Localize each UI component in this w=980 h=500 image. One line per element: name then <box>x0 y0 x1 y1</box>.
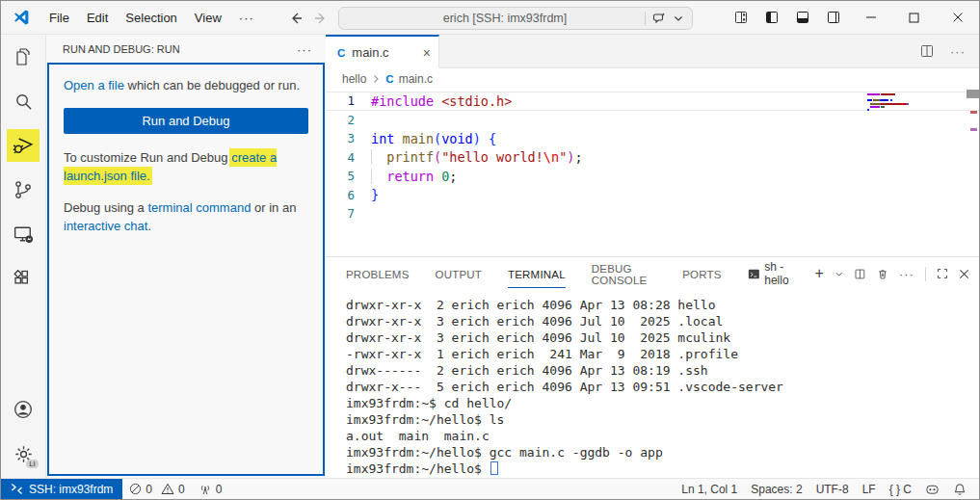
run-view-content: Open a file which can be debugged or run… <box>48 64 324 475</box>
code-line-6[interactable]: 6} <box>326 186 979 205</box>
overview-ruler-mark <box>970 111 977 114</box>
toggle-secondary-sidebar-button[interactable] <box>818 1 849 34</box>
sidebar-link[interactable]: Open a file <box>64 78 124 92</box>
command-center-search[interactable]: erich [SSH: imx93frdm] <box>338 7 693 30</box>
sidebar-more-actions-button[interactable]: ··· <box>297 42 312 57</box>
sidebar-title: RUN AND DEBUG: RUN <box>63 43 180 55</box>
forward-arrow-icon <box>313 11 329 26</box>
sidebar-link[interactable]: terminal command <box>147 200 251 215</box>
menu-bar: FileEditSelectionView <box>40 1 230 34</box>
line-number: 3 <box>326 131 371 145</box>
title-bar: FileEditSelectionView ··· erich [SSH: im… <box>1 1 979 35</box>
terminal-line: imx93frdm:~/hello$ ls <box>346 411 979 428</box>
ports-forwarded-indicator[interactable]: 0 <box>192 479 229 499</box>
menu-selection[interactable]: Selection <box>117 1 185 34</box>
terminal-output[interactable]: drwxr-xr-x 2 erich erich 4096 Apr 13 08:… <box>326 290 979 478</box>
run-and-debug-sidebar: RUN AND DEBUG: RUN ··· Open a file which… <box>46 35 326 478</box>
terminal-line: drwxr-xr-x 3 erich erich 4096 Jul 10 202… <box>346 329 979 346</box>
terminal-line: imx93frdm:~/hello$ <box>346 461 979 477</box>
code-line-5[interactable]: 5 return 0; <box>326 167 979 186</box>
panel-tab-ports[interactable]: PORTS <box>682 260 721 287</box>
copilot-status-icon[interactable] <box>918 479 946 499</box>
customize-layout-button[interactable] <box>726 1 756 34</box>
editor-more-actions-button[interactable]: ··· <box>950 44 966 59</box>
copilot-chat-icon[interactable] <box>651 11 667 26</box>
line-number: 2 <box>326 113 371 127</box>
search-icon[interactable] <box>1 79 46 123</box>
status-item[interactable]: UTF-8 <box>809 479 856 499</box>
status-item[interactable]: { } C <box>883 479 918 499</box>
breadcrumb-folder[interactable]: hello <box>342 72 366 86</box>
code-line-4[interactable]: 4 printf("hello world!\n"); <box>326 148 979 168</box>
terminal-line: a.out main main.c <box>346 428 979 444</box>
status-item[interactable]: Ln 1, Col 1 <box>675 479 744 499</box>
search-box-text[interactable]: erich [SSH: imx93frdm] <box>339 12 639 25</box>
sidebar-text: . <box>147 219 151 233</box>
run-and-debug-button[interactable]: Run and Debug <box>64 108 308 134</box>
remote-indicator[interactable]: SSH: imx93frdm <box>1 479 122 499</box>
panel-tab-terminal[interactable]: TERMINAL <box>508 260 566 288</box>
toggle-primary-sidebar-button[interactable] <box>756 1 787 34</box>
panel-tab-output[interactable]: OUTPUT <box>436 260 482 287</box>
menu-view[interactable]: View <box>186 1 230 34</box>
close-window-button[interactable] <box>936 1 979 34</box>
tab-close-icon[interactable]: × <box>423 46 431 60</box>
settings-gear-icon[interactable]: LI <box>1 432 46 476</box>
code-line-7[interactable]: 7 <box>326 204 979 224</box>
breadcrumb-file[interactable]: main.c <box>399 72 433 86</box>
account-icon[interactable] <box>1 387 46 432</box>
sidebar-link[interactable]: interactive chat <box>64 219 147 233</box>
remote-explorer-icon[interactable] <box>1 212 46 256</box>
code-line-3[interactable]: 3int main(void) { <box>326 129 979 148</box>
menu-edit[interactable]: Edit <box>78 1 117 34</box>
status-item[interactable]: LF <box>856 479 883 499</box>
maximize-button[interactable] <box>892 1 936 34</box>
terminal-icon <box>748 267 760 281</box>
maximize-panel-icon[interactable] <box>937 267 948 280</box>
minimap-slider[interactable] <box>967 90 979 98</box>
new-terminal-button[interactable]: + <box>814 266 823 281</box>
panel-tab-problems[interactable]: PROBLEMS <box>346 260 410 287</box>
menu-file[interactable]: File <box>40 1 78 34</box>
code-editor[interactable]: 1#include <stdio.h>23int main(void) {4 p… <box>326 90 979 256</box>
line-number: 7 <box>326 206 371 221</box>
status-item[interactable]: Spaces: 2 <box>744 479 808 499</box>
menu-more-button[interactable]: ··· <box>230 11 263 25</box>
extensions-icon[interactable] <box>1 256 46 301</box>
overview-ruler-mark <box>970 128 977 131</box>
run-and-debug-icon[interactable] <box>1 123 46 168</box>
error-icon <box>129 483 142 495</box>
toggle-panel-button[interactable] <box>787 1 818 34</box>
notifications-bell-icon[interactable] <box>946 479 973 499</box>
close-panel-icon[interactable] <box>959 268 969 280</box>
split-editor-icon[interactable] <box>919 43 935 59</box>
line-number: 6 <box>326 188 371 202</box>
terminal-instance-label: sh - hello <box>764 260 804 287</box>
vscode-window: FileEditSelectionView ··· erich [SSH: im… <box>0 0 980 500</box>
split-terminal-icon[interactable] <box>854 267 866 281</box>
debug-options-paragraph: Debug using a terminal command or in an … <box>64 198 308 236</box>
panel-tab-debug-console[interactable]: DEBUG CONSOLE <box>592 254 656 293</box>
chevron-down-icon[interactable] <box>673 13 684 24</box>
profile-badge: LI <box>26 460 38 469</box>
panel-more-actions-button[interactable]: ··· <box>899 267 914 281</box>
minimize-button[interactable] <box>849 1 892 34</box>
terminal-instance-chip[interactable]: sh - hello <box>748 260 805 287</box>
line-number: 4 <box>326 150 371 165</box>
vscode-logo <box>12 8 31 27</box>
back-arrow-icon[interactable] <box>288 11 304 26</box>
line-number: 5 <box>326 169 371 183</box>
breadcrumb[interactable]: hello C main.c <box>326 68 979 90</box>
customize-paragraph: To customize Run and Debug create a laun… <box>64 148 308 186</box>
chevron-right-icon <box>371 74 381 84</box>
source-control-icon[interactable] <box>1 168 46 212</box>
terminal-line: drwxr-xr-x 3 erich erich 4096 Jul 10 202… <box>346 313 979 329</box>
problems-indicator[interactable]: 0 0 <box>122 479 191 499</box>
terminal-line: imx93frdm:~/hello$ gcc main.c -ggdb -o a… <box>346 444 979 461</box>
minimap[interactable] <box>867 93 964 115</box>
tab-main-c[interactable]: C main.c × <box>326 35 439 68</box>
trash-icon[interactable] <box>877 267 888 281</box>
explorer-icon[interactable] <box>1 35 46 79</box>
warning-icon <box>161 483 174 495</box>
chevron-down-icon[interactable] <box>834 269 843 279</box>
